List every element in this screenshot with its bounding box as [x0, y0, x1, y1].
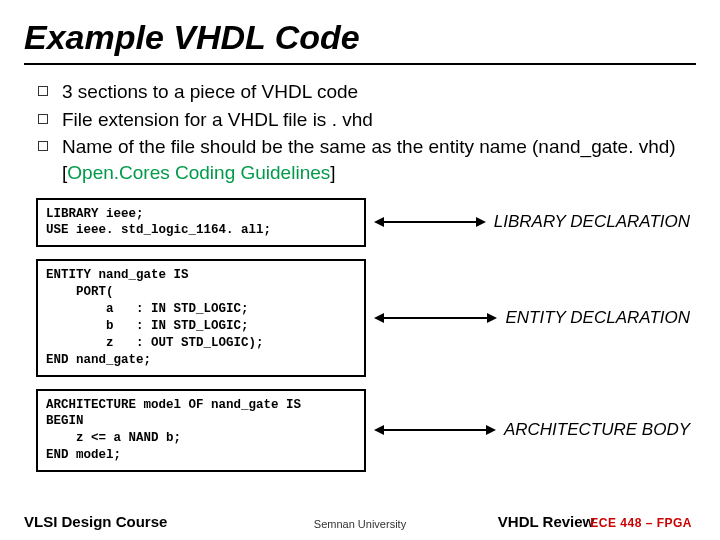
square-bullet-icon	[38, 141, 48, 151]
code-block-library: LIBRARY ieee; USE ieee. std_logic_1164. …	[36, 198, 366, 248]
footer-university: Semnan University	[248, 518, 472, 530]
label-architecture: ARCHITECTURE BODY	[504, 420, 696, 440]
title-underline	[24, 63, 696, 65]
bullet-text-part: ]	[330, 162, 335, 183]
footer-topic-main: VHDL Review	[498, 513, 594, 530]
slide-footer: VLSI Design Course Semnan University VHD…	[0, 513, 720, 530]
section-architecture: ARCHITECTURE model OF nand_gate IS BEGIN…	[36, 389, 696, 473]
footer-topic-sub: ECE 448 – FPGA	[590, 516, 692, 530]
section-entity: ENTITY nand_gate IS PORT( a : IN STD_LOG…	[36, 259, 696, 376]
double-arrow-icon	[374, 418, 496, 442]
square-bullet-icon	[38, 86, 48, 96]
double-arrow-icon	[374, 306, 497, 330]
code-block-architecture: ARCHITECTURE model OF nand_gate IS BEGIN…	[36, 389, 366, 473]
square-bullet-icon	[38, 114, 48, 124]
label-library: LIBRARY DECLARATION	[494, 212, 696, 232]
footer-topic: VHDL ReviewECE 448 – FPGA	[472, 513, 696, 530]
double-arrow-icon	[374, 210, 486, 234]
list-item: File extension for a VHDL file is . vhd	[38, 107, 690, 133]
bullet-list: 3 sections to a piece of VHDL code File …	[38, 79, 690, 186]
list-item: Name of the file should be the same as t…	[38, 134, 690, 185]
bullet-text: File extension for a VHDL file is . vhd	[62, 107, 690, 133]
footer-course: VLSI Design Course	[24, 513, 248, 530]
bullet-text: 3 sections to a piece of VHDL code	[62, 79, 690, 105]
label-entity: ENTITY DECLARATION	[505, 308, 696, 328]
slide-title: Example VHDL Code	[0, 0, 720, 63]
code-sections: LIBRARY ieee; USE ieee. std_logic_1164. …	[36, 198, 696, 473]
list-item: 3 sections to a piece of VHDL code	[38, 79, 690, 105]
code-block-entity: ENTITY nand_gate IS PORT( a : IN STD_LOG…	[36, 259, 366, 376]
section-library: LIBRARY ieee; USE ieee. std_logic_1164. …	[36, 198, 696, 248]
bullet-text: Name of the file should be the same as t…	[62, 134, 690, 185]
bullet-link-text: Open.Cores Coding Guidelines	[67, 162, 330, 183]
